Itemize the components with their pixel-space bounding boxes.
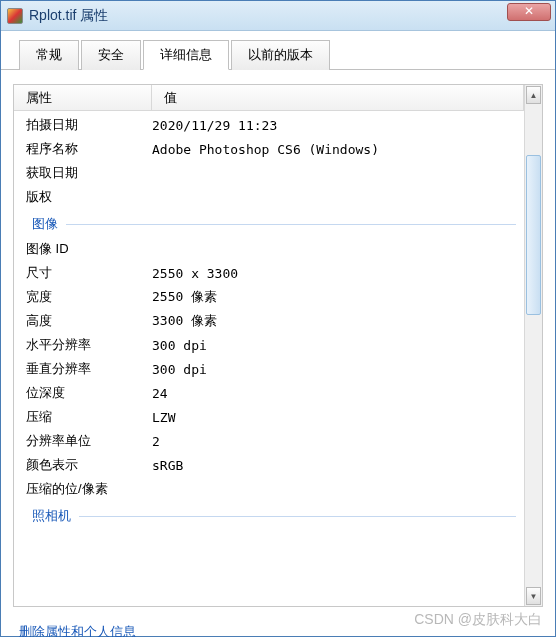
prop-name: 获取日期 — [26, 164, 152, 182]
scroll-up-button[interactable]: ▲ — [526, 86, 541, 104]
window-title: Rplot.tif 属性 — [29, 7, 507, 25]
table-row[interactable]: 分辨率单位2 — [14, 429, 524, 453]
table-row[interactable]: 版权 — [14, 185, 524, 209]
prop-name: 压缩 — [26, 408, 152, 426]
details-panel: 属性 值 拍摄日期2020/11/29 11:23 程序名称Adobe Phot… — [13, 84, 543, 607]
prop-name: 程序名称 — [26, 140, 152, 158]
tab-details[interactable]: 详细信息 — [143, 40, 229, 70]
prop-value: 300 dpi — [152, 338, 524, 353]
vertical-scrollbar[interactable]: ▲ ▼ — [524, 85, 542, 606]
section-image: 图像 — [14, 209, 524, 237]
prop-name: 垂直分辨率 — [26, 360, 152, 378]
prop-value: 2020/11/29 11:23 — [152, 118, 524, 133]
prop-name: 高度 — [26, 312, 152, 330]
prop-value: LZW — [152, 410, 524, 425]
table-row[interactable]: 宽度2550 像素 — [14, 285, 524, 309]
scroll-down-button[interactable]: ▼ — [526, 587, 541, 605]
content-area: 属性 值 拍摄日期2020/11/29 11:23 程序名称Adobe Phot… — [1, 70, 555, 615]
header-property[interactable]: 属性 — [14, 85, 152, 111]
section-camera: 照相机 — [14, 501, 524, 529]
header-value[interactable]: 值 — [152, 85, 524, 111]
scroll-thumb[interactable] — [526, 155, 541, 315]
prop-name: 压缩的位/像素 — [26, 480, 152, 498]
table-row[interactable]: 拍摄日期2020/11/29 11:23 — [14, 113, 524, 137]
tab-security[interactable]: 安全 — [81, 40, 141, 70]
table-row[interactable]: 垂直分辨率300 dpi — [14, 357, 524, 381]
scroll-track[interactable] — [525, 105, 542, 586]
prop-value: 3300 像素 — [152, 312, 524, 330]
prop-value: 2 — [152, 434, 524, 449]
table-row[interactable]: 获取日期 — [14, 161, 524, 185]
property-list: 属性 值 拍摄日期2020/11/29 11:23 程序名称Adobe Phot… — [14, 85, 524, 606]
prop-name: 宽度 — [26, 288, 152, 306]
prop-value: 24 — [152, 386, 524, 401]
rows-container: 拍摄日期2020/11/29 11:23 程序名称Adobe Photoshop… — [14, 111, 524, 531]
watermark: CSDN @皮肤科大白 — [414, 611, 542, 629]
table-row[interactable]: 高度3300 像素 — [14, 309, 524, 333]
table-row[interactable]: 压缩的位/像素 — [14, 477, 524, 501]
prop-name: 分辨率单位 — [26, 432, 152, 450]
prop-value: sRGB — [152, 458, 524, 473]
properties-dialog: Rplot.tif 属性 ✕ 常规 安全 详细信息 以前的版本 属性 值 拍摄日… — [0, 0, 556, 637]
prop-name: 水平分辨率 — [26, 336, 152, 354]
table-row[interactable]: 尺寸2550 x 3300 — [14, 261, 524, 285]
table-row[interactable]: 水平分辨率300 dpi — [14, 333, 524, 357]
prop-name: 拍摄日期 — [26, 116, 152, 134]
tab-previous-versions[interactable]: 以前的版本 — [231, 40, 330, 70]
prop-name: 颜色表示 — [26, 456, 152, 474]
column-headers: 属性 值 — [14, 85, 524, 111]
prop-name: 版权 — [26, 188, 152, 206]
section-label: 图像 — [32, 215, 58, 233]
file-icon — [7, 8, 23, 24]
table-row[interactable]: 程序名称Adobe Photoshop CS6 (Windows) — [14, 137, 524, 161]
section-label: 照相机 — [32, 507, 71, 525]
prop-name: 图像 ID — [26, 240, 152, 258]
prop-name: 尺寸 — [26, 264, 152, 282]
prop-name: 位深度 — [26, 384, 152, 402]
table-row[interactable]: 颜色表示sRGB — [14, 453, 524, 477]
table-row[interactable]: 位深度24 — [14, 381, 524, 405]
table-row[interactable]: 压缩LZW — [14, 405, 524, 429]
titlebar: Rplot.tif 属性 ✕ — [1, 1, 555, 31]
prop-value: 300 dpi — [152, 362, 524, 377]
close-button[interactable]: ✕ — [507, 3, 551, 21]
tab-general[interactable]: 常规 — [19, 40, 79, 70]
prop-value: 2550 像素 — [152, 288, 524, 306]
prop-value: 2550 x 3300 — [152, 266, 524, 281]
tab-strip: 常规 安全 详细信息 以前的版本 — [1, 31, 555, 70]
table-row[interactable]: 图像 ID — [14, 237, 524, 261]
prop-value: Adobe Photoshop CS6 (Windows) — [152, 142, 524, 157]
divider — [66, 224, 516, 225]
divider — [79, 516, 516, 517]
